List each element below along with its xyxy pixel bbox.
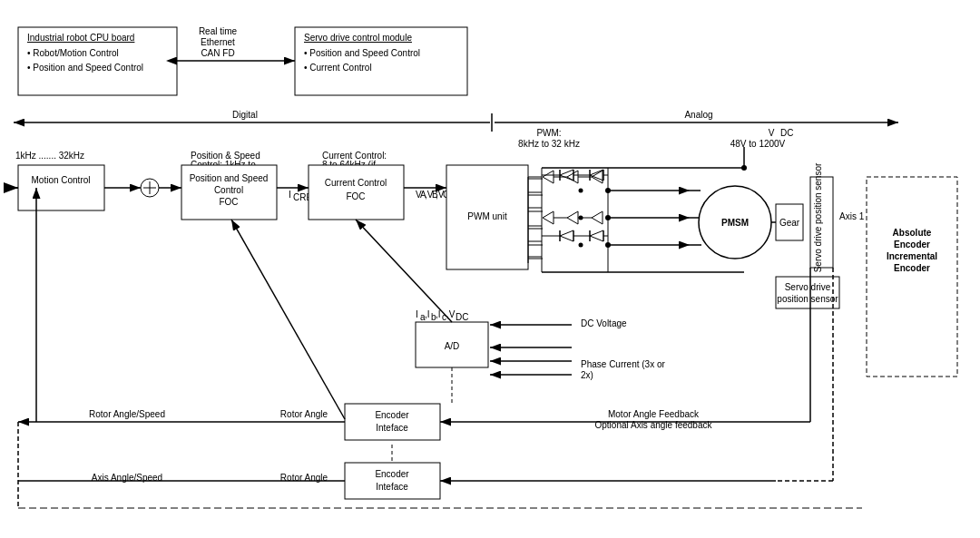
transistor2	[567, 171, 578, 183]
svg-point-27	[579, 189, 583, 193]
rotor-angle-speed-label: Rotor Angle/Speed	[89, 409, 165, 419]
current-control-label1: Current Control	[325, 178, 387, 188]
encoder-if1-label1: Encoder	[375, 410, 409, 420]
abs-enc-label: Absolute	[893, 228, 932, 238]
svg-line-6	[560, 175, 573, 181]
ad-to-current-arrow	[356, 220, 452, 322]
svg-line-18	[560, 236, 573, 241]
encoder1-to-pos-arrow	[231, 220, 345, 419]
pwm-freq-label: PWM:	[536, 128, 561, 138]
svg-line-23	[590, 230, 603, 236]
digital-label: Digital	[232, 110, 258, 120]
vdc-sub: DC	[780, 128, 793, 138]
encoder-label2: Encoder	[894, 263, 930, 273]
transistor6	[592, 211, 603, 224]
transistor4	[543, 211, 554, 224]
cpu-board-title: Industrial robot CPU board	[27, 33, 134, 43]
servo-sensor-label: Servo drive position sensor	[813, 162, 823, 272]
axis1-label: Axis 1	[839, 211, 865, 221]
diagram-container: Industrial robot CPU board • Robot/Motio…	[0, 0, 980, 538]
realtime-label: Real time	[199, 26, 238, 36]
inc-enc-label: Incremental	[887, 251, 937, 261]
encoder-if2-label1: Encoder	[375, 469, 409, 479]
svg-point-28	[579, 216, 583, 220]
motor-feedback-label2: Optional Axis angle feedback	[595, 420, 713, 430]
icref-label: I	[289, 190, 291, 200]
rotor-angle1-label: Rotor Angle	[280, 409, 328, 419]
pwm-unit-label: PWM unit	[467, 211, 507, 221]
servo-drive-title: Servo drive control module	[304, 33, 412, 43]
ethernet-label: Ethernet	[201, 37, 235, 47]
pmsm-label: PMSM	[721, 218, 749, 228]
vdc-label: V	[769, 128, 775, 138]
svg-line-24	[590, 236, 603, 241]
dc-voltage-label: DC Voltage	[581, 318, 627, 328]
ia-ib-label: I	[416, 309, 418, 319]
servo-drive-sensor-label1: Servo drive	[785, 282, 831, 292]
bus-dot2	[605, 215, 611, 220]
cpu-board-bullet2: • Position and Speed Control	[27, 63, 143, 73]
servo-drive-sensor-label2: position sensor	[777, 294, 838, 304]
transistor5	[567, 211, 578, 224]
analog-label: Analog	[684, 110, 712, 120]
encoder-if1-label2: Inteface	[376, 423, 408, 433]
motor-feedback-label1: Motor Angle Feedback	[608, 409, 700, 419]
servo-drive-bullet2: • Current Control	[304, 63, 372, 73]
servo-drive-bullet1: • Position and Speed Control	[304, 48, 420, 58]
phase-current-label2: 2x)	[581, 370, 593, 380]
pwm-freq-label2: 8kHz to 32 kHz	[518, 139, 580, 149]
pos-speed-foc-label1: Position and Speed	[190, 173, 269, 183]
ad-label: A/D	[445, 341, 460, 351]
motion-control-box	[18, 165, 104, 210]
cpu-board-bullet1: • Robot/Motion Control	[27, 48, 119, 58]
pos-speed-foc-label2: Control	[214, 185, 243, 195]
encoder-label: Encoder	[894, 240, 930, 249]
phase-current-label1: Phase Current (3x or	[581, 359, 665, 369]
encoder-if2-label2: Inteface	[376, 482, 408, 492]
bus-dot1	[605, 188, 611, 193]
encoder-if1-box	[345, 404, 440, 440]
vdc-sub2: DC	[456, 312, 468, 322]
canfd-label: CAN FD	[201, 48, 234, 58]
svg-point-29	[579, 243, 583, 248]
encoder-dashed-box	[867, 177, 957, 377]
motion-freq-label: 1kHz ....... 32kHz	[15, 151, 84, 161]
transistor1	[543, 171, 554, 183]
ib-comma: ,I	[436, 309, 441, 319]
encoder-if2-box	[345, 463, 440, 499]
pos-speed-foc-label3: FOC	[219, 197, 238, 207]
svg-line-17	[560, 230, 573, 236]
vdc-range: 48V to 1200V	[730, 139, 786, 149]
ia-comma: ,I	[425, 309, 430, 319]
gear-label: Gear	[779, 218, 800, 228]
current-control-label2: FOC	[346, 191, 365, 201]
bus-dot3	[605, 242, 611, 248]
motion-control-label1: Motion Control	[31, 175, 90, 185]
